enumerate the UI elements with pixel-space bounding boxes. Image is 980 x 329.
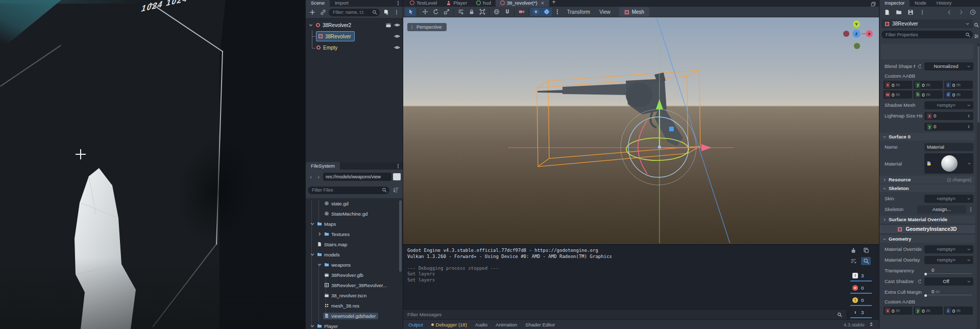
camera-override[interactable] bbox=[516, 8, 527, 16]
game-preview-view[interactable]: 1024 1024 bbox=[0, 0, 305, 329]
component-z[interactable]: z0m bbox=[944, 307, 973, 315]
component-y[interactable]: y0m bbox=[914, 81, 942, 89]
scene-tree-menu-icon[interactable] bbox=[394, 10, 399, 15]
section-skeleton[interactable]: Skeleton bbox=[879, 184, 975, 192]
dropdown-blend-shape-m[interactable]: Normalized bbox=[924, 62, 973, 70]
inspector-scrollbar[interactable] bbox=[977, 46, 979, 123]
transform-menu[interactable]: Transform bbox=[562, 9, 595, 15]
bottom-tab-debugger-18[interactable]: Debugger (18) bbox=[431, 322, 467, 327]
scene-tab-player[interactable]: Player bbox=[442, 0, 472, 7]
dropdown-cast-shadow[interactable]: Off bbox=[924, 277, 973, 286]
axis-z-ball[interactable]: Z bbox=[852, 30, 861, 38]
spinbox-y[interactable]: y0 bbox=[924, 123, 973, 131]
file-viewmodel-gdshader[interactable]: viewmodel.gdshader bbox=[306, 311, 403, 321]
material-resource-picker[interactable] bbox=[924, 153, 973, 174]
scene-tab-38-revolver[interactable]: 38_revolver(*) bbox=[496, 0, 549, 7]
float-window-icon[interactable] bbox=[871, 2, 876, 7]
search-messages-icon[interactable] bbox=[863, 258, 869, 264]
current-path[interactable]: res://models/weapons/view bbox=[323, 173, 391, 181]
split-mode-toggle[interactable] bbox=[393, 173, 401, 180]
file-38revolver-38revolver[interactable]: 38Revolver_38Revolver... bbox=[306, 280, 403, 290]
new-scene-tab-button[interactable]: + bbox=[549, 0, 559, 7]
viewport-3d[interactable]: Perspective Y X Z bbox=[403, 17, 879, 244]
edited-object-selector[interactable]: 38Revolver bbox=[881, 19, 973, 28]
file-maps[interactable]: Maps bbox=[306, 219, 403, 229]
move-tool[interactable] bbox=[420, 8, 430, 16]
scale-tool[interactable] bbox=[441, 8, 452, 16]
bottom-tab-shader-editor[interactable]: Shader Editor bbox=[525, 322, 555, 327]
filter-warnings[interactable]: !0 bbox=[850, 296, 872, 306]
scene-node-38revolver[interactable]: 38Revolver bbox=[306, 31, 403, 42]
preview-sun[interactable] bbox=[530, 8, 541, 16]
tab-scene[interactable]: Scene bbox=[306, 0, 330, 7]
filesystem-scrollbar[interactable] bbox=[399, 200, 402, 272]
slider-transparency[interactable]: 0 bbox=[924, 267, 973, 275]
sort-files-icon[interactable] bbox=[393, 187, 399, 193]
file-38revolver-glb[interactable]: 38Revolver.glb bbox=[306, 270, 403, 280]
instance-scene-icon[interactable] bbox=[320, 9, 326, 15]
history-back-icon[interactable]: ‹ bbox=[308, 174, 314, 180]
file-weapons[interactable]: weapons bbox=[306, 260, 403, 270]
tab-history[interactable]: History bbox=[932, 0, 957, 7]
filesystem-menu-icon[interactable] bbox=[396, 163, 401, 169]
property-filter-input[interactable] bbox=[881, 31, 973, 38]
component-x[interactable]: x0m bbox=[884, 81, 912, 89]
file-mesh-38-res[interactable]: mesh_38.res bbox=[306, 300, 403, 311]
dropdown-shadow-mesh[interactable]: <empty> bbox=[924, 101, 973, 109]
tab-inspector[interactable]: Inspector bbox=[879, 0, 910, 7]
axis-neg-y-ball[interactable] bbox=[854, 43, 860, 49]
spinbox-x[interactable]: x0 bbox=[924, 112, 973, 120]
axis-neg-x-ball[interactable] bbox=[843, 31, 849, 37]
list-select-tool[interactable] bbox=[455, 8, 466, 16]
file-models[interactable]: models bbox=[306, 249, 403, 260]
scene-tab-hud[interactable]: hud bbox=[472, 0, 496, 7]
inspector-forward-icon[interactable] bbox=[958, 9, 964, 15]
view-menu-dots[interactable] bbox=[552, 8, 562, 16]
property-tools-icon[interactable] bbox=[974, 34, 979, 39]
dropdown-material-overlay[interactable]: <empty> bbox=[924, 256, 973, 264]
scene-tab-testlevel[interactable]: TestLevel bbox=[405, 0, 442, 7]
add-node-icon[interactable] bbox=[309, 9, 315, 15]
preview-environment[interactable] bbox=[541, 8, 552, 16]
component-w[interactable]: w0m bbox=[884, 90, 912, 99]
section-resource[interactable]: Resource(2 changes) bbox=[879, 176, 975, 183]
assign-button[interactable]: Assign... bbox=[917, 205, 966, 214]
axis-x-ball[interactable]: X bbox=[866, 30, 873, 37]
component-h[interactable]: h0m bbox=[914, 90, 942, 99]
section-surface-material-override[interactable]: Surface Material Override bbox=[879, 216, 975, 223]
file-stairs-map[interactable]: Stairs.map bbox=[306, 239, 403, 249]
scene-node-empty[interactable]: Empty bbox=[306, 42, 403, 53]
bottom-tab-output[interactable]: Output bbox=[408, 322, 423, 327]
rotate-tool[interactable] bbox=[430, 8, 441, 16]
file-textures[interactable]: Textures bbox=[306, 229, 403, 239]
tab-import[interactable]: Import bbox=[330, 0, 354, 7]
slider-extra-cull-margin[interactable]: 0m bbox=[924, 288, 973, 296]
file-statemachine-gd[interactable]: StateMachine.gd bbox=[306, 208, 403, 219]
edit-history-icon[interactable] bbox=[970, 9, 976, 15]
filter-errors[interactable]: ×0 bbox=[850, 284, 872, 294]
collapse-messages-icon[interactable] bbox=[850, 258, 856, 264]
view-axis-gizmo[interactable]: Y X Z bbox=[843, 20, 873, 50]
snap-toggle[interactable] bbox=[502, 8, 512, 16]
resource-menu-icon[interactable] bbox=[920, 10, 925, 15]
dropdown-material-override[interactable]: <empty> bbox=[924, 245, 973, 253]
load-resource-icon[interactable] bbox=[896, 9, 902, 15]
filter-info[interactable]: i3 bbox=[850, 308, 872, 318]
docs-search-icon[interactable] bbox=[974, 22, 979, 28]
filter-messages[interactable]: !3 bbox=[850, 271, 872, 281]
section-geometry[interactable]: Geometry bbox=[879, 235, 975, 243]
text-field-name[interactable]: Material bbox=[924, 143, 973, 151]
tab-filesystem[interactable]: FileSystem bbox=[306, 162, 340, 170]
save-resource-icon[interactable] bbox=[908, 9, 914, 15]
local-space-toggle[interactable] bbox=[491, 8, 502, 16]
clear-output-icon[interactable] bbox=[850, 247, 856, 253]
file-player[interactable]: Player bbox=[306, 321, 403, 329]
component-y[interactable]: y0m bbox=[914, 307, 942, 315]
component-d[interactable]: d0m bbox=[944, 90, 973, 99]
file-filter-input[interactable] bbox=[308, 186, 389, 194]
dropdown-skin[interactable]: <empty> bbox=[924, 195, 973, 203]
component-x[interactable]: x0m bbox=[884, 307, 912, 315]
perspective-menu[interactable]: Perspective bbox=[407, 23, 447, 31]
scene-node-38revolver2[interactable]: 38Revolver2 bbox=[306, 19, 403, 31]
lock-node[interactable] bbox=[466, 8, 477, 16]
